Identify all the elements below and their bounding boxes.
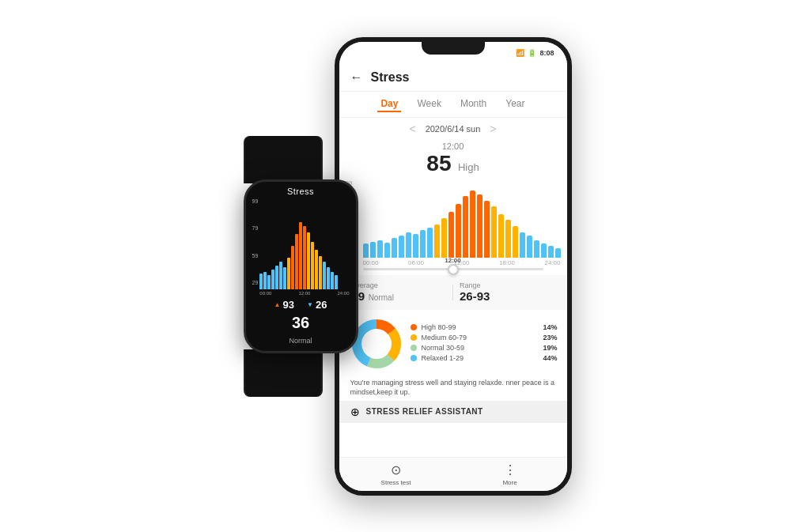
phone-screen: ← Stress DayWeekMonthYear < 2020/6/14 su… bbox=[339, 64, 567, 457]
prev-date-arrow[interactable]: < bbox=[409, 123, 415, 135]
legend-text: Normal 30-59 bbox=[422, 344, 539, 352]
chart-area: 997959290 00:0006:0012:0018:0024:00 bbox=[339, 179, 567, 266]
watch-bar bbox=[295, 234, 298, 289]
date-display: 2020/6/14 sun bbox=[426, 124, 481, 134]
watch-current-label: Normal bbox=[289, 337, 312, 345]
watch-bar bbox=[267, 275, 271, 289]
legend-dot bbox=[411, 345, 417, 351]
chart-bar bbox=[448, 212, 454, 258]
avg-sublabel: Normal bbox=[369, 293, 394, 302]
legend-text: Relaxed 1-29 bbox=[422, 354, 539, 362]
chart-bar bbox=[513, 226, 518, 258]
chart-bar bbox=[370, 242, 376, 258]
watch-bar bbox=[263, 272, 267, 289]
tab-month[interactable]: Month bbox=[457, 96, 490, 112]
battery-icon: 🔋 bbox=[528, 49, 536, 57]
stat-divider bbox=[452, 285, 453, 300]
range-label: Range bbox=[460, 281, 554, 289]
chart-bar bbox=[413, 234, 418, 258]
tab-day[interactable]: Day bbox=[377, 96, 401, 112]
chart-bar bbox=[384, 243, 390, 258]
selected-value: 85 bbox=[426, 151, 451, 175]
watch-bars-container: 00:0012:0024:00 bbox=[259, 198, 349, 296]
app-header: ← Stress bbox=[339, 64, 567, 92]
chart-bar bbox=[399, 236, 404, 258]
nav-item-more[interactable]: ⋮ More bbox=[453, 462, 567, 486]
watch-bar bbox=[271, 270, 274, 289]
watch-screen: Stress 99795929 00:0012:0024:00 ▲ 93 ▼ bbox=[246, 182, 356, 351]
chart-bar bbox=[434, 224, 440, 258]
legend-item: High 80-99 14% bbox=[411, 323, 558, 331]
watch-bar bbox=[331, 272, 334, 289]
scene: Stress 99795929 00:0012:0024:00 ▲ 93 ▼ bbox=[16, 13, 775, 519]
chart-bar bbox=[456, 204, 461, 258]
watch-current-val: 36 bbox=[252, 314, 350, 332]
relief-text: STRESS RELIEF ASSISTANT bbox=[366, 407, 483, 416]
watch-y-label: 79 bbox=[252, 225, 259, 231]
legend-item: Relaxed 1-29 44% bbox=[411, 354, 558, 362]
avg-label: Average bbox=[352, 281, 447, 289]
watch-bar bbox=[283, 267, 286, 289]
watch-low-val: 26 bbox=[316, 299, 327, 311]
selected-label: High bbox=[458, 161, 479, 173]
back-arrow[interactable]: ← bbox=[350, 70, 363, 85]
watch-bars bbox=[259, 214, 349, 289]
chart-bar bbox=[420, 230, 426, 258]
avg-stat: Average 49 Normal bbox=[352, 281, 447, 304]
chart-bar bbox=[363, 243, 369, 258]
watch-chart-area: 99795929 00:0012:0024:00 bbox=[252, 198, 350, 296]
next-date-arrow[interactable]: > bbox=[490, 123, 496, 135]
nav-item-stress-test[interactable]: ⊙ Stress test bbox=[339, 462, 453, 486]
phone-volume-down bbox=[570, 149, 572, 196]
relief-icon: ⊕ bbox=[350, 406, 360, 418]
nav-icon: ⊙ bbox=[391, 462, 401, 477]
tab-year[interactable]: Year bbox=[502, 96, 528, 112]
date-nav: < 2020/6/14 sun > bbox=[339, 118, 567, 140]
chart-bar bbox=[527, 236, 532, 258]
chart-bar bbox=[427, 228, 433, 258]
relief-banner[interactable]: ⊕ STRESS RELIEF ASSISTANT bbox=[339, 401, 567, 423]
legend-list: High 80-99 14% Medium 60-79 23% Normal 3… bbox=[411, 323, 558, 364]
tab-week[interactable]: Week bbox=[414, 96, 444, 112]
watch-stats: ▲ 93 ▼ 26 bbox=[252, 299, 350, 311]
slider-area: 12:00 bbox=[339, 266, 567, 272]
watch-band-bottom bbox=[244, 349, 323, 397]
chart-bar bbox=[392, 238, 397, 258]
watch-x-label: 00:00 bbox=[259, 291, 271, 296]
chart-x-labels: 00:0006:0012:0018:0024:00 bbox=[363, 259, 561, 266]
slider-thumb[interactable] bbox=[448, 264, 459, 275]
watch-bar bbox=[299, 222, 302, 289]
watch-low-stat: ▼ 26 bbox=[307, 299, 327, 311]
watch-bar bbox=[279, 262, 282, 289]
chart-bar bbox=[548, 246, 554, 258]
legend-pct: 23% bbox=[543, 334, 557, 341]
tabs-row: DayWeekMonthYear bbox=[339, 92, 567, 118]
watch-body: Stress 99795929 00:0012:0024:00 ▲ 93 ▼ bbox=[244, 179, 358, 353]
legend-dot bbox=[411, 355, 417, 361]
smartwatch: Stress 99795929 00:0012:0024:00 ▲ 93 ▼ bbox=[244, 136, 358, 397]
watch-high-val: 93 bbox=[283, 299, 294, 311]
nav-icon: ⋮ bbox=[504, 462, 517, 477]
range-stat: Range 26-93 bbox=[460, 281, 554, 304]
slider-track[interactable]: 12:00 bbox=[363, 268, 543, 270]
chart-bar bbox=[377, 240, 383, 258]
watch-bar bbox=[319, 256, 322, 289]
legend-donut-row: High 80-99 14% Medium 60-79 23% Normal 3… bbox=[339, 313, 567, 375]
legend-pct: 14% bbox=[543, 323, 557, 331]
watch-high-icon: ▲ bbox=[274, 301, 281, 308]
legend-dot bbox=[411, 334, 417, 341]
watch-bar bbox=[327, 267, 330, 289]
app-title: Stress bbox=[371, 70, 410, 85]
chart-bar bbox=[505, 220, 511, 258]
chart-bar bbox=[406, 232, 411, 258]
watch-title: Stress bbox=[252, 187, 350, 196]
chart-bar bbox=[463, 196, 468, 258]
legend-item: Normal 30-59 19% bbox=[411, 344, 558, 352]
watch-bar bbox=[307, 232, 310, 289]
chart-bar bbox=[491, 206, 497, 258]
chart-bar bbox=[541, 243, 547, 258]
phone-body: 📶 🔋 8:08 ← Stress DayWeekMonthYear < 202… bbox=[335, 37, 572, 496]
watch-current: 36 Normal bbox=[252, 314, 350, 346]
watch-low-icon: ▼ bbox=[307, 301, 313, 308]
watch-y-label: 59 bbox=[252, 253, 259, 258]
